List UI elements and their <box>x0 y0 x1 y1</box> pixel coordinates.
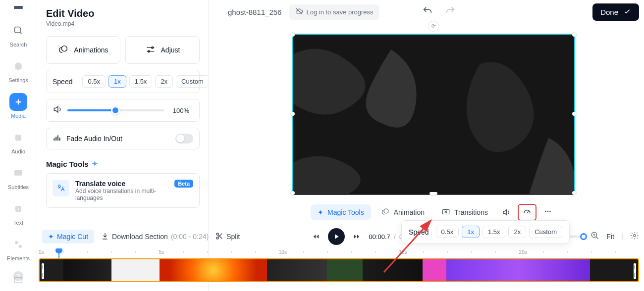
panel-title: Edit Video <box>46 8 200 19</box>
sidebar-label: Text <box>13 220 23 226</box>
svg-rect-15 <box>57 136 58 141</box>
tick-label: 20s <box>519 249 527 255</box>
plus-icon <box>9 93 27 111</box>
icon-sidebar: Search Settings Media Audio Subtitles T … <box>0 0 37 291</box>
timeline-ruler[interactable]: 0s 5s 10s 15s 20s <box>39 249 639 258</box>
play-button[interactable] <box>328 228 345 245</box>
svg-point-27 <box>634 235 636 237</box>
elements-icon <box>9 236 27 253</box>
svg-rect-13 <box>54 139 54 141</box>
magic-cut-button[interactable]: ✦ Magic Cut <box>42 230 94 243</box>
sync-icon[interactable]: ⟳ <box>428 21 439 32</box>
search-icon <box>9 22 27 40</box>
speed-button[interactable] <box>518 204 537 221</box>
fit-button[interactable]: Fit <box>606 233 614 241</box>
adjust-button[interactable]: Adjust <box>125 36 200 64</box>
cloud-off-icon <box>295 7 303 17</box>
svg-point-25 <box>216 237 218 239</box>
sidebar-item-subtitles[interactable]: Subtitles <box>0 161 37 193</box>
speed-chip[interactable]: 1.5x <box>129 75 153 88</box>
magic-tools-heading: Magic Tools ✦ <box>46 159 200 168</box>
sidebar-item-text[interactable]: T Text <box>0 197 37 229</box>
translate-title: Translate voice <box>75 180 168 188</box>
fade-card: Fade Audio In/Out <box>46 128 200 149</box>
speed-chip[interactable]: Custom <box>529 226 562 238</box>
video-preview[interactable] <box>292 34 575 194</box>
translate-icon <box>53 180 69 196</box>
redo-button[interactable] <box>443 3 458 20</box>
speed-chips: 0.5x 1x 1.5x 2x Custom <box>82 75 209 88</box>
svg-point-21 <box>547 211 549 212</box>
svg-rect-5 <box>15 241 18 244</box>
more-button[interactable] <box>539 203 556 222</box>
speed-chip[interactable]: 1.5x <box>483 226 506 238</box>
skip-forward-button[interactable] <box>352 232 362 242</box>
sidebar-label: Elements <box>7 255 30 261</box>
split-button[interactable]: Split <box>215 232 240 242</box>
speed-chip[interactable]: 2x <box>508 226 526 238</box>
music-icon <box>9 129 27 146</box>
sidebar-item-media[interactable]: Media <box>0 90 37 122</box>
speed-chip[interactable]: 1x <box>108 75 126 88</box>
sidebar-label: Subtitles <box>8 184 29 190</box>
tick-label: 0s <box>39 249 44 255</box>
adjust-label: Adjust <box>161 46 180 54</box>
svg-point-24 <box>216 233 218 235</box>
sparkle-icon: ✦ <box>92 159 98 168</box>
speed-label: Speed <box>53 78 72 86</box>
sidebar-label: Audio <box>11 148 25 154</box>
sidebar-item-audio[interactable]: Audio <box>0 126 37 157</box>
fade-label: Fade Audio In/Out <box>66 135 122 143</box>
translate-card[interactable]: Translate voice Add voice translations i… <box>46 173 200 208</box>
tick-label: 10s <box>279 249 287 255</box>
panel-subtitle: Video.mp4 <box>46 20 200 27</box>
speed-chip[interactable]: 2x <box>155 75 173 88</box>
skip-back-button[interactable] <box>311 232 321 242</box>
sidebar-item-elements[interactable]: Elements <box>0 233 37 264</box>
sidebar-item-search[interactable]: Search <box>0 19 37 50</box>
magic-tools-button[interactable]: ✦ Magic Tools <box>311 204 371 220</box>
undo-button[interactable] <box>420 3 435 20</box>
transitions-button[interactable]: Transitions <box>434 203 495 222</box>
sidebar-item-help[interactable]: ? <box>0 264 37 288</box>
download-section-button[interactable]: Download Section (0:00 - 0:24) <box>101 232 209 242</box>
login-button[interactable]: Log in to save progress <box>289 4 379 20</box>
settings-icon[interactable] <box>630 231 639 242</box>
svg-rect-14 <box>55 137 56 141</box>
video-track[interactable] <box>39 258 639 282</box>
tick-label: 5s <box>159 249 164 255</box>
scissors-icon <box>215 232 223 242</box>
translate-desc: Add voice translations in multi-language… <box>75 188 160 201</box>
svg-line-23 <box>384 220 431 272</box>
download-icon <box>101 232 109 242</box>
audio-button[interactable] <box>498 204 515 221</box>
fade-toggle[interactable] <box>175 134 193 144</box>
svg-point-22 <box>549 211 551 212</box>
clip-left-handle[interactable] <box>42 263 44 279</box>
preview-area: ⟳ ✦ Magic Tools Animation Transitions <box>223 24 644 222</box>
sidebar-label: Media <box>11 113 26 119</box>
sidebar-label: Settings <box>8 77 28 83</box>
animations-button[interactable]: Animations <box>46 36 120 64</box>
topbar: ghost-8811_256 Log in to save progress D… <box>223 0 644 24</box>
menu-icon[interactable] <box>14 6 23 9</box>
speed-chip[interactable]: 1x <box>462 226 480 238</box>
sidebar-item-settings[interactable]: Settings <box>0 54 37 86</box>
clip-right-handle[interactable] <box>634 263 636 279</box>
text-icon: T <box>9 200 27 218</box>
project-name[interactable]: ghost-8811_256 <box>228 8 281 16</box>
svg-point-10 <box>62 46 67 51</box>
svg-rect-1 <box>15 135 21 141</box>
volume-icon[interactable] <box>53 104 62 116</box>
zoom-in-icon[interactable] <box>590 231 599 242</box>
svg-rect-6 <box>19 245 22 248</box>
volume-slider[interactable] <box>67 109 164 111</box>
speed-chip[interactable]: Custom <box>176 75 209 88</box>
done-button[interactable]: Done <box>592 3 639 21</box>
svg-rect-0 <box>15 27 21 33</box>
svg-rect-16 <box>59 138 60 141</box>
check-icon <box>623 7 631 17</box>
speed-chip[interactable]: 0.5x <box>82 75 106 88</box>
sidebar-label: Search <box>10 42 27 48</box>
svg-text:?: ? <box>16 273 20 280</box>
